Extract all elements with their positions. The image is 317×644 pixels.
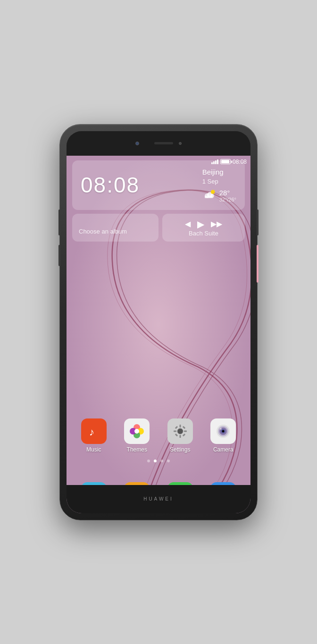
svg-point-28 [222,430,225,432]
music-playback-controls: ◀ ▶ ▶▶ [185,218,222,230]
screen-status-bar: 08:08 [211,159,247,165]
settings-app-label: Settings [170,446,190,453]
page-dot-4 [167,460,170,462]
clock-date: 1 Sep [202,178,236,185]
weather-range: 32°/26° [219,197,236,202]
clock-city: Beijing [202,168,236,176]
phone-device: 08:08 08:08 Beijing 1 Sep [59,124,258,520]
clock-widget[interactable]: 08:08 Beijing 1 Sep [72,160,245,210]
svg-rect-19 [184,430,187,432]
themes-app-label: Themes [127,446,147,453]
volume-down-button[interactable] [58,245,60,266]
clock-time-display: 08:08 [81,172,140,198]
phone-inner: 08:08 08:08 Beijing 1 Sep [67,131,250,513]
page-dot-2 [154,460,157,462]
app-grid: ♪ Music [72,418,245,457]
prev-button[interactable]: ◀ [185,219,191,228]
battery-icon [220,159,231,164]
page-dot-3 [160,460,163,462]
screen-bottom-bar: HUAWEI [67,485,250,513]
svg-rect-4 [205,196,213,198]
music-widget[interactable]: Choose an album ◀ ▶ ▶▶ Bach Suite [72,214,245,242]
brand-label: HUAWEI [143,496,174,502]
camera-app-icon [210,418,236,444]
volume-up-button[interactable] [58,209,60,235]
svg-rect-23 [183,433,185,436]
weather-cloud-icon [202,190,216,201]
svg-rect-20 [175,426,178,428]
status-time: 08:08 [233,159,247,165]
volume-slider-button[interactable] [257,245,259,283]
svg-point-15 [177,428,183,434]
power-button[interactable] [257,209,259,235]
svg-line-7 [214,190,215,191]
page-dots [67,460,250,462]
play-button[interactable]: ▶ [197,218,204,230]
signal-icon [211,159,218,164]
themes-app-icon [124,418,150,444]
app-item-settings[interactable]: Settings [164,418,197,453]
svg-text:♪: ♪ [89,426,94,438]
sensor [179,142,182,145]
svg-point-5 [211,190,215,194]
svg-rect-21 [183,426,185,428]
clock-details: Beijing 1 Sep [202,168,236,202]
top-bar [67,131,250,156]
music-track-name: Bach Suite [189,230,218,237]
svg-rect-17 [179,435,181,438]
earpiece-speaker [154,142,173,144]
music-app-label: Music [86,446,101,453]
svg-point-14 [134,429,139,434]
camera-app-label: Camera [213,446,234,453]
weather-current-temp: 28° [219,189,236,197]
app-item-themes[interactable]: Themes [120,418,153,453]
music-album-label: Choose an album [79,228,127,235]
app-item-music[interactable]: ♪ Music [77,418,110,453]
svg-rect-16 [179,425,181,427]
app-item-camera[interactable]: Camera [207,418,240,453]
app-row-main: ♪ Music [72,418,245,453]
widgets-area: 08:08 Beijing 1 Sep [72,160,245,245]
settings-app-icon [167,418,193,444]
top-sensors [135,142,182,145]
music-app-icon: ♪ [81,418,107,444]
next-button[interactable]: ▶▶ [211,219,222,228]
weather-temps: 28° 32°/26° [219,189,236,202]
music-controls-panel[interactable]: ◀ ▶ ▶▶ Bach Suite [162,214,245,242]
svg-point-29 [220,428,222,430]
front-camera [135,142,139,145]
weather-info: 28° 32°/26° [202,189,236,202]
svg-rect-18 [174,430,176,432]
page-dot-1 [147,460,150,462]
svg-rect-22 [175,433,178,436]
music-album-picker[interactable]: Choose an album [72,214,158,242]
screen: 08:08 08:08 Beijing 1 Sep [67,156,250,513]
